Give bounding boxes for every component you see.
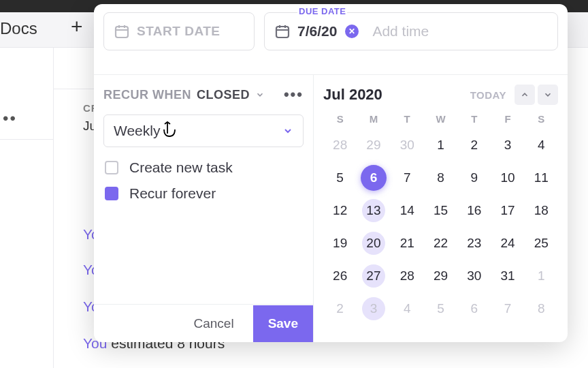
calendar-day[interactable]: 17 xyxy=(491,194,524,227)
more-options-icon[interactable]: ••• xyxy=(284,86,304,104)
calendar-day[interactable]: 21 xyxy=(391,227,424,260)
due-date-label: DUE DATE xyxy=(297,6,347,16)
dow-cell: T xyxy=(457,113,491,125)
calendar-day[interactable]: 8 xyxy=(424,162,457,194)
calendar-day[interactable]: 29 xyxy=(424,260,457,292)
start-date-input[interactable]: START DATE xyxy=(103,12,255,50)
chevron-down-icon xyxy=(255,90,265,99)
checkbox-checked-icon[interactable] xyxy=(105,187,118,200)
calendar-day[interactable]: 3 xyxy=(357,292,390,325)
due-date-input[interactable]: DUE DATE 7/6/20 ✕ Add time xyxy=(264,12,558,50)
chevron-down-icon xyxy=(282,125,293,136)
calendar-day[interactable]: 26 xyxy=(323,260,357,292)
due-date-value: 7/6/20 xyxy=(297,23,337,40)
calendar-day[interactable]: 30 xyxy=(391,129,424,162)
docs-label: Docs xyxy=(0,19,37,38)
prev-month-button[interactable] xyxy=(514,85,535,105)
dow-cell: S xyxy=(525,113,558,125)
day-of-week-header: SMTWTFS xyxy=(323,113,558,125)
frequency-value: Weekly xyxy=(114,123,160,139)
dow-cell: S xyxy=(323,113,357,125)
calendar-day[interactable]: 4 xyxy=(525,129,558,162)
calendar-day[interactable]: 29 xyxy=(357,129,390,162)
calendar-day[interactable]: 28 xyxy=(391,260,424,292)
calendar-day[interactable]: 7 xyxy=(391,162,424,194)
calendar-day[interactable]: 22 xyxy=(424,227,457,260)
calendar-icon xyxy=(114,23,130,40)
recur-mode-selector[interactable]: RECUR WHEN CLOSED ••• xyxy=(103,86,304,104)
clear-due-date-icon[interactable]: ✕ xyxy=(345,25,359,38)
dow-cell: M xyxy=(357,113,390,125)
svg-rect-0 xyxy=(116,27,128,37)
calendar-day[interactable]: 6 xyxy=(457,292,491,325)
calendar-day[interactable]: 4 xyxy=(391,292,424,325)
calendar-day[interactable]: 6 xyxy=(357,162,390,194)
calendar-day[interactable]: 27 xyxy=(357,260,390,292)
calendar-day[interactable]: 12 xyxy=(323,194,357,227)
calendar-day[interactable]: 1 xyxy=(424,129,457,162)
calendar-day[interactable]: 20 xyxy=(357,227,390,260)
calendar-day[interactable]: 14 xyxy=(391,194,424,227)
calendar-day[interactable]: 18 xyxy=(525,194,558,227)
dow-cell: F xyxy=(491,113,524,125)
dow-cell: T xyxy=(391,113,424,125)
calendar-day[interactable]: 13 xyxy=(357,194,390,227)
today-button[interactable]: TODAY xyxy=(470,89,506,101)
calendar-day[interactable]: 30 xyxy=(457,260,491,292)
calendar-day[interactable]: 19 xyxy=(323,227,357,260)
calendar-day[interactable]: 11 xyxy=(525,162,558,194)
calendar-day[interactable]: 3 xyxy=(491,129,524,162)
chevron-up-icon xyxy=(520,90,529,99)
drag-handle-icon[interactable]: •• xyxy=(3,109,17,128)
add-icon[interactable]: + xyxy=(71,15,83,38)
calendar-day[interactable]: 25 xyxy=(525,227,558,260)
calendar-day[interactable]: 2 xyxy=(457,129,491,162)
calendar-day[interactable]: 31 xyxy=(491,260,524,292)
calendar-day[interactable]: 28 xyxy=(323,129,357,162)
dow-cell: W xyxy=(424,113,457,125)
next-month-button[interactable] xyxy=(538,85,558,105)
checkbox-unchecked-icon[interactable] xyxy=(105,161,118,174)
recur-closed-label: CLOSED xyxy=(197,88,250,102)
calendar-day[interactable]: 5 xyxy=(323,162,357,194)
start-date-placeholder: START DATE xyxy=(137,24,220,39)
calendar-day[interactable]: 1 xyxy=(525,260,558,292)
frequency-select[interactable]: Weekly xyxy=(103,114,304,147)
calendar-day[interactable]: 15 xyxy=(424,194,457,227)
recur-when-label: RECUR WHEN xyxy=(103,88,191,102)
svg-rect-1 xyxy=(276,27,289,37)
calendar-day[interactable]: 10 xyxy=(491,162,524,194)
calendar-day[interactable]: 7 xyxy=(491,292,524,325)
add-time-button[interactable]: Add time xyxy=(372,23,429,40)
recur-forever-option[interactable]: Recur forever xyxy=(103,185,304,202)
create-new-task-label: Create new task xyxy=(129,159,233,176)
calendar-day[interactable]: 8 xyxy=(525,292,558,325)
calendar-day[interactable]: 16 xyxy=(457,194,491,227)
cancel-button[interactable]: Cancel xyxy=(181,307,246,341)
calendar-day[interactable]: 23 xyxy=(457,227,491,260)
calendar-month-title: Jul 2020 xyxy=(323,86,382,104)
date-picker-modal: START DATE DUE DATE 7/6/20 ✕ Add time RE… xyxy=(94,4,568,342)
create-new-task-option[interactable]: Create new task xyxy=(103,159,304,176)
calendar-day[interactable]: 9 xyxy=(457,162,491,194)
recur-forever-label: Recur forever xyxy=(129,185,216,202)
save-button[interactable]: Save xyxy=(253,305,313,342)
calendar-icon xyxy=(274,23,291,40)
calendar-day[interactable]: 24 xyxy=(491,227,524,260)
calendar-day[interactable]: 2 xyxy=(323,292,357,325)
calendar-day[interactable]: 5 xyxy=(424,292,457,325)
chevron-down-icon xyxy=(543,90,553,99)
